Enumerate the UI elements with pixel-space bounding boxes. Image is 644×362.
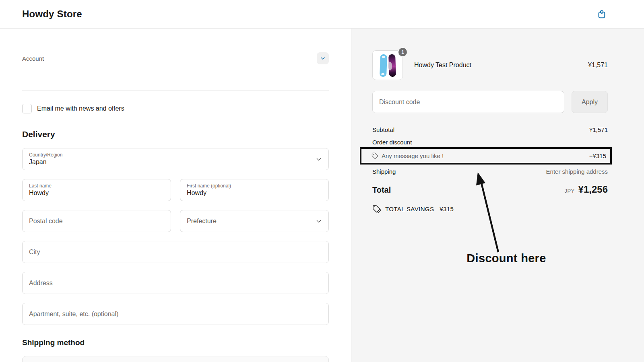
city-input[interactable] — [22, 241, 329, 263]
chevron-down-icon — [316, 218, 322, 224]
discount-message-wrap: Any message you like ! — [372, 152, 589, 159]
cart-bag-icon — [597, 9, 607, 20]
country-select[interactable]: Country/Region Japan — [22, 148, 329, 170]
shipping-row: Shipping Enter shipping address — [372, 168, 608, 175]
discount-amount: −¥315 — [589, 152, 606, 159]
checkout-page: Howdy Store Account — [0, 0, 644, 362]
total-savings-row: TOTAL SAVINGS ¥315 — [372, 205, 608, 213]
tag-icon — [372, 152, 378, 159]
last-name-field[interactable]: Last name Howdy — [22, 179, 171, 201]
chevron-down-icon — [316, 156, 322, 162]
apartment-input[interactable] — [22, 303, 329, 325]
first-name-value: Howdy — [187, 189, 322, 197]
last-name-label: Last name — [29, 183, 164, 189]
main-content: Account Email me with news and offers De… — [0, 29, 644, 362]
snowboard-blue-graphic — [380, 54, 387, 77]
subtotal-label: Subtotal — [372, 126, 394, 133]
total-row: Total JPY ¥1,256 — [372, 184, 608, 195]
subtotal-row: Subtotal ¥1,571 — [372, 126, 608, 133]
order-discount-label: Order discount — [372, 139, 608, 146]
shipping-method-option[interactable] — [22, 356, 329, 362]
currency-code: JPY — [565, 188, 575, 194]
snowboard-purple-graphic — [388, 54, 396, 77]
subtotal-value: ¥1,571 — [589, 126, 608, 133]
newsletter-checkbox[interactable] — [22, 104, 32, 113]
discount-code-input[interactable] — [372, 91, 564, 113]
account-label: Account — [22, 55, 44, 62]
shipping-method-heading: Shipping method — [22, 338, 329, 347]
postal-prefecture-row: Prefecture — [22, 210, 329, 232]
address-input[interactable] — [22, 272, 329, 294]
country-value: Japan — [29, 158, 322, 166]
discount-message: Any message you like ! — [382, 152, 444, 159]
checkout-form-column: Account Email me with news and offers De… — [0, 29, 351, 362]
delivery-heading: Delivery — [22, 130, 329, 139]
account-expand-button[interactable] — [317, 52, 329, 64]
discount-tags-icon — [372, 205, 381, 213]
first-name-field[interactable]: First name (optional) Howdy — [180, 179, 329, 201]
shipping-label: Shipping — [372, 168, 396, 175]
product-line-item: 1 Howdy Test Product ¥1,571 — [372, 50, 608, 80]
total-label: Total — [372, 185, 391, 195]
discount-code-row: Apply — [372, 91, 608, 113]
savings-value: ¥315 — [440, 206, 454, 212]
header: Howdy Store — [0, 0, 644, 29]
product-name: Howdy Test Product — [414, 62, 588, 69]
apply-discount-button[interactable]: Apply — [572, 91, 608, 113]
account-section: Account — [22, 52, 329, 64]
product-thumbnail: 1 — [372, 50, 403, 80]
first-name-label: First name (optional) — [187, 183, 322, 189]
newsletter-optin-row[interactable]: Email me with news and offers — [22, 104, 329, 113]
prefecture-placeholder: Prefecture — [187, 218, 217, 225]
country-label: Country/Region — [29, 152, 322, 158]
postal-code-input[interactable] — [22, 210, 171, 232]
chevron-down-icon — [320, 56, 326, 61]
discount-highlight-box: Any message you like ! −¥315 — [360, 147, 612, 165]
quantity-badge: 1 — [398, 47, 408, 57]
cart-button[interactable] — [597, 9, 607, 20]
shipping-value: Enter shipping address — [546, 168, 608, 175]
newsletter-label: Email me with news and offers — [37, 105, 124, 112]
store-name: Howdy Store — [22, 8, 82, 20]
prefecture-select[interactable]: Prefecture — [180, 210, 329, 232]
total-value: ¥1,256 — [578, 184, 608, 195]
savings-label: TOTAL SAVINGS — [385, 206, 434, 212]
name-fields-row: Last name Howdy First name (optional) Ho… — [22, 179, 329, 201]
order-summary-column: 1 Howdy Test Product ¥1,571 Apply Subtot… — [351, 29, 644, 362]
account-divider — [22, 90, 329, 90]
product-price: ¥1,571 — [588, 62, 608, 69]
last-name-value: Howdy — [29, 189, 164, 197]
